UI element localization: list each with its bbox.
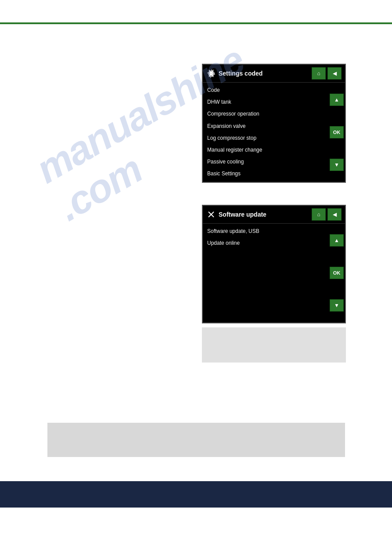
down-button-1[interactable]: ▼ xyxy=(330,159,344,171)
down-button-2[interactable]: ▼ xyxy=(330,299,344,312)
menu-item-update-online[interactable]: Update online xyxy=(203,237,328,249)
software-update-header: Software update ⌂ ◀ xyxy=(203,206,345,224)
bottom-gray-bar xyxy=(47,423,345,457)
settings-menu-list: Code DHW tank Compressor operation Expan… xyxy=(203,83,328,182)
menu-item-empty-4 xyxy=(203,285,328,297)
back-button-2[interactable]: ◀ xyxy=(327,208,342,221)
software-menu-list: Software update, USB Update online xyxy=(203,224,328,323)
header-left-2: Software update xyxy=(206,210,266,219)
settings-coded-body: Code DHW tank Compressor operation Expan… xyxy=(203,83,345,182)
menu-item-empty-5 xyxy=(203,297,328,309)
up-button-1[interactable]: ▲ xyxy=(330,94,344,106)
header-left: Settings coded xyxy=(206,69,263,78)
ok-button-1[interactable]: OK xyxy=(330,126,344,138)
menu-item-empty-3 xyxy=(203,273,328,285)
menu-item-basic-settings[interactable]: Basic Settings xyxy=(203,168,328,180)
menu-item-compressor-operation[interactable]: Compressor operation xyxy=(203,108,328,120)
back-button-1[interactable]: ◀ xyxy=(327,67,342,80)
menu-item-passive-cooling[interactable]: Passive cooling xyxy=(203,156,328,168)
ok-button-2[interactable]: OK xyxy=(330,267,344,279)
home-button-2[interactable]: ⌂ xyxy=(312,208,326,221)
software-update-title: Software update xyxy=(219,211,266,218)
menu-item-code[interactable]: Code xyxy=(203,84,328,96)
header-right-2: ⌂ ◀ xyxy=(312,208,342,221)
home-button-1[interactable]: ⌂ xyxy=(312,67,326,80)
menu-item-empty-6 xyxy=(203,309,328,321)
gray-placeholder xyxy=(202,327,346,363)
menu-item-expansion-valve[interactable]: Expansion valve xyxy=(203,120,328,132)
settings-coded-title: Settings coded xyxy=(219,70,263,77)
software-update-body: Software update, USB Update online ▲ OK … xyxy=(203,224,345,323)
top-bar xyxy=(0,0,392,24)
main-content: manualshine .com Settings coded xyxy=(0,24,392,508)
header-right: ⌂ ◀ xyxy=(312,67,342,80)
menu-item-empty-1 xyxy=(203,249,328,261)
settings-btn-column: ▲ OK ▼ xyxy=(328,83,345,182)
up-button-2[interactable]: ▲ xyxy=(330,234,344,247)
software-update-panel: Software update ⌂ ◀ Software update, USB… xyxy=(202,205,346,324)
menu-item-empty-2 xyxy=(203,261,328,273)
menu-item-log-compressor-stop[interactable]: Log compressor stop xyxy=(203,132,328,144)
menu-item-software-usb[interactable]: Software update, USB xyxy=(203,225,328,237)
menu-item-dhw-tank[interactable]: DHW tank xyxy=(203,96,328,108)
footer-bar xyxy=(0,481,392,508)
settings-icon xyxy=(206,69,216,78)
software-btn-column: ▲ OK ▼ xyxy=(328,224,345,323)
settings-coded-header: Settings coded ⌂ ◀ xyxy=(203,65,345,83)
software-icon xyxy=(206,210,216,219)
settings-coded-panel: Settings coded ⌂ ◀ Code DHW tank Compres… xyxy=(202,64,346,183)
menu-item-manual-register-change[interactable]: Manual register change xyxy=(203,144,328,156)
panels-container: Settings coded ⌂ ◀ Code DHW tank Compres… xyxy=(202,64,346,323)
